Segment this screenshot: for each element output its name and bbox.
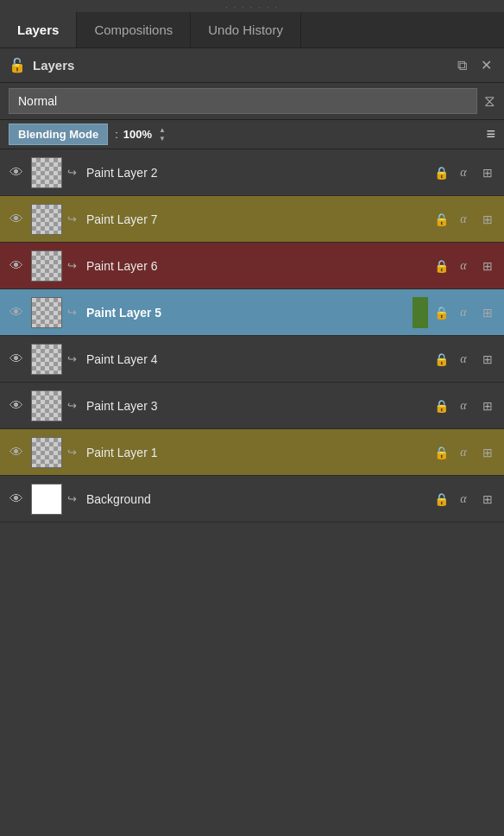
layer-thumbnail	[31, 157, 62, 188]
layer-row[interactable]: 👁 ↪ Paint Layer 7 🔒 α ⊞	[0, 196, 504, 243]
layer-row-active[interactable]: 👁 ↪ Paint Layer 5 🔒 α ⊞	[0, 289, 504, 336]
alpha-icon[interactable]: α	[454, 166, 473, 180]
layer-lock-icon[interactable]: 🔒	[433, 259, 449, 273]
chain-icon: ↪	[67, 492, 81, 505]
alpha-icon[interactable]: α	[454, 492, 473, 506]
visibility-icon[interactable]: 👁	[7, 398, 26, 414]
blending-mode-label[interactable]: Blending Mode	[9, 124, 108, 145]
grid-icon[interactable]: ⊞	[478, 259, 497, 273]
duplicate-icon[interactable]: ⧉	[454, 56, 470, 75]
alpha-icon[interactable]: α	[454, 446, 473, 459]
panel-lock-icon: 🔓	[9, 57, 26, 73]
grid-icon[interactable]: ⊞	[478, 166, 497, 180]
layer-name: Paint Layer 3	[86, 399, 428, 413]
layer-row[interactable]: 👁 ↪ Paint Layer 2 🔒 α ⊞	[0, 149, 504, 196]
opacity-row: Blending Mode : 100% ▲ ▼ ≡	[0, 120, 504, 149]
layer-lock-icon[interactable]: 🔒	[433, 306, 449, 320]
layer-name: Paint Layer 5	[86, 306, 407, 320]
grid-icon[interactable]: ⊞	[478, 399, 497, 413]
opacity-stepper[interactable]: ▲ ▼	[159, 126, 166, 143]
layer-thumbnail	[31, 250, 62, 282]
alpha-icon[interactable]: α	[454, 352, 473, 366]
layer-lock-icon[interactable]: 🔒	[433, 446, 449, 459]
layer-thumbnail	[31, 297, 62, 328]
tab-bar: Layers Compositions Undo History	[0, 12, 504, 48]
layer-row[interactable]: 👁 ↪ Paint Layer 3 🔒 α ⊞	[0, 383, 504, 429]
layer-name: Paint Layer 6	[86, 259, 428, 273]
alpha-icon[interactable]: α	[454, 212, 473, 226]
chain-icon: ↪	[67, 166, 81, 179]
layer-name: Paint Layer 1	[86, 446, 428, 459]
bottom-empty-area	[0, 522, 504, 806]
visibility-icon[interactable]: 👁	[7, 305, 26, 320]
layer-row[interactable]: 👁 ↪ Background 🔒 α ⊞	[0, 476, 504, 522]
layer-lock-icon[interactable]: 🔒	[433, 352, 449, 366]
grid-icon[interactable]: ⊞	[478, 212, 497, 226]
layer-lock-icon[interactable]: 🔒	[433, 166, 449, 180]
chain-icon: ↪	[67, 212, 81, 225]
visibility-icon[interactable]: 👁	[7, 212, 26, 227]
opacity-separator: :	[115, 128, 118, 141]
grid-icon[interactable]: ⊞	[478, 492, 497, 506]
chain-icon: ↪	[67, 306, 81, 319]
layers-menu-icon[interactable]: ≡	[486, 125, 495, 143]
layer-thumbnail	[31, 344, 62, 375]
layer-row[interactable]: 👁 ↪ Paint Layer 6 🔒 α ⊞	[0, 243, 504, 289]
alpha-icon[interactable]: α	[454, 306, 473, 320]
opacity-value: 100%	[123, 128, 152, 141]
layer-thumbnail	[31, 437, 62, 468]
blend-mode-select[interactable]: Normal Multiply Screen Overlay Darken Li…	[9, 88, 477, 114]
layer-thumbnail	[31, 204, 62, 235]
layer-lock-icon: 🔒	[433, 492, 449, 506]
close-icon[interactable]: ✕	[477, 55, 495, 75]
layers-list: 👁 ↪ Paint Layer 2 🔒 α ⊞ 👁 ↪ Paint Layer …	[0, 149, 504, 522]
visibility-icon[interactable]: 👁	[7, 165, 26, 180]
layer-name: Paint Layer 2	[86, 166, 428, 180]
layer-name: Paint Layer 7	[86, 212, 428, 226]
tab-layers[interactable]: Layers	[0, 12, 77, 48]
panel-title: Layers	[33, 58, 447, 73]
chain-icon: ↪	[67, 446, 81, 459]
tab-undo-history[interactable]: Undo History	[191, 12, 301, 48]
layer-thumbnail	[31, 484, 62, 515]
layer-row[interactable]: 👁 ↪ Paint Layer 4 🔒 α ⊞	[0, 336, 504, 383]
visibility-icon[interactable]: 👁	[7, 352, 26, 367]
visibility-icon[interactable]: 👁	[7, 258, 26, 274]
grid-icon[interactable]: ⊞	[478, 352, 497, 366]
tab-compositions[interactable]: Compositions	[77, 12, 191, 48]
drag-handle: · · · · · · ·	[0, 0, 504, 12]
layer-name: Paint Layer 4	[86, 352, 428, 366]
visibility-icon[interactable]: 👁	[7, 445, 26, 460]
panel-header: 🔓 Layers ⧉ ✕	[0, 48, 504, 83]
alpha-icon[interactable]: α	[454, 259, 473, 273]
layer-name: Background	[86, 492, 428, 506]
layer-row[interactable]: 👁 ↪ Paint Layer 1 🔒 α ⊞	[0, 429, 504, 476]
layer-lock-icon[interactable]: 🔒	[433, 399, 449, 413]
chain-icon: ↪	[67, 352, 81, 365]
chain-icon: ↪	[67, 399, 81, 412]
layer-thumbnail	[31, 390, 62, 421]
grid-icon[interactable]: ⊞	[478, 446, 497, 459]
green-indicator	[413, 297, 428, 328]
grid-icon[interactable]: ⊞	[478, 306, 497, 320]
alpha-icon[interactable]: α	[454, 399, 473, 413]
blend-mode-row: Normal Multiply Screen Overlay Darken Li…	[0, 83, 504, 120]
visibility-icon[interactable]: 👁	[7, 491, 26, 507]
filter-icon[interactable]: ⧖	[484, 92, 495, 111]
chain-icon: ↪	[67, 259, 81, 272]
layer-lock-icon[interactable]: 🔒	[433, 212, 449, 226]
